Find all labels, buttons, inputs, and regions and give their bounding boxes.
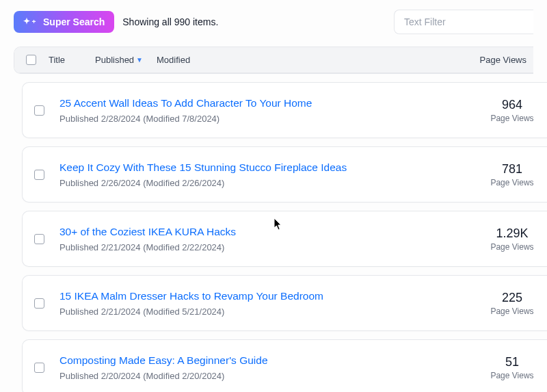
column-header-title[interactable]: Title xyxy=(47,55,95,65)
row-page-views: 225 Page Views xyxy=(481,291,547,316)
text-filter-input[interactable] xyxy=(394,10,533,34)
row-meta-text: Published 2/21/2024 (Modified 2/22/2024) xyxy=(59,242,481,252)
sort-desc-icon: ▼ xyxy=(136,56,143,64)
row-meta-text: Published 2/20/2024 (Modified 2/20/2024) xyxy=(59,371,481,381)
row-page-views: 781 Page Views xyxy=(481,162,547,187)
row-page-views: 1.29K Page Views xyxy=(481,226,547,252)
row-views-number: 781 xyxy=(481,162,543,177)
table-row: Keep It Cozy With These 15 Stunning Stuc… xyxy=(22,146,547,202)
row-views-label: Page Views xyxy=(481,306,543,316)
row-checkbox[interactable] xyxy=(34,234,44,244)
row-views-number: 225 xyxy=(481,291,543,305)
select-all-checkbox[interactable] xyxy=(26,55,36,65)
table-row: Composting Made Easy: A Beginner's Guide… xyxy=(22,339,547,392)
table-row: 30+ of the Coziest IKEA KURA Hacks Publi… xyxy=(22,211,547,267)
row-checkbox[interactable] xyxy=(34,298,44,309)
row-views-number: 964 xyxy=(481,98,543,112)
row-views-number: 51 xyxy=(481,355,543,369)
row-views-label: Page Views xyxy=(481,178,543,187)
row-checkbox[interactable] xyxy=(34,363,44,373)
row-title-link[interactable]: 15 IKEA Malm Dresser Hacks to Revamp You… xyxy=(59,290,481,302)
row-checkbox[interactable] xyxy=(34,170,44,180)
super-search-label: Super Search xyxy=(43,16,105,27)
table-header-row: Title Published ▼ Modified Page Views xyxy=(14,47,533,73)
row-views-label: Page Views xyxy=(481,242,543,252)
super-search-button[interactable]: ✦﹢ Super Search xyxy=(14,11,114,33)
column-header-published[interactable]: Published ▼ xyxy=(95,55,157,65)
row-checkbox[interactable] xyxy=(34,105,44,116)
row-page-views: 51 Page Views xyxy=(481,355,547,380)
column-header-modified[interactable]: Modified xyxy=(157,55,211,65)
items-list: 25 Accent Wall Ideas To Add Character To… xyxy=(0,74,547,392)
row-title-link[interactable]: 25 Accent Wall Ideas To Add Character To… xyxy=(59,97,481,109)
row-meta-text: Published 2/26/2024 (Modified 2/26/2024) xyxy=(59,178,481,188)
row-meta-text: Published 2/28/2024 (Modified 7/8/2024) xyxy=(59,114,481,124)
row-page-views: 964 Page Views xyxy=(481,98,547,123)
row-views-label: Page Views xyxy=(481,114,543,123)
sparkle-icon: ✦﹢ xyxy=(23,17,38,25)
row-views-number: 1.29K xyxy=(481,226,543,241)
top-bar: ✦﹢ Super Search Showing all 990 items. xyxy=(0,0,547,47)
row-title-link[interactable]: Keep It Cozy With These 15 Stunning Stuc… xyxy=(59,161,481,174)
column-header-page-views[interactable]: Page Views xyxy=(475,55,533,65)
row-views-label: Page Views xyxy=(481,371,543,380)
items-table: Title Published ▼ Modified Page Views xyxy=(14,47,533,74)
column-header-published-label: Published xyxy=(95,55,134,65)
row-title-link[interactable]: Composting Made Easy: A Beginner's Guide xyxy=(59,354,481,367)
row-title-link[interactable]: 30+ of the Coziest IKEA KURA Hacks xyxy=(59,226,481,238)
row-meta-text: Published 2/21/2024 (Modified 5/21/2024) xyxy=(59,306,481,317)
showing-count-text: Showing all 990 items. xyxy=(122,16,218,27)
table-row: 15 IKEA Malm Dresser Hacks to Revamp You… xyxy=(22,275,547,331)
table-row: 25 Accent Wall Ideas To Add Character To… xyxy=(22,82,547,138)
